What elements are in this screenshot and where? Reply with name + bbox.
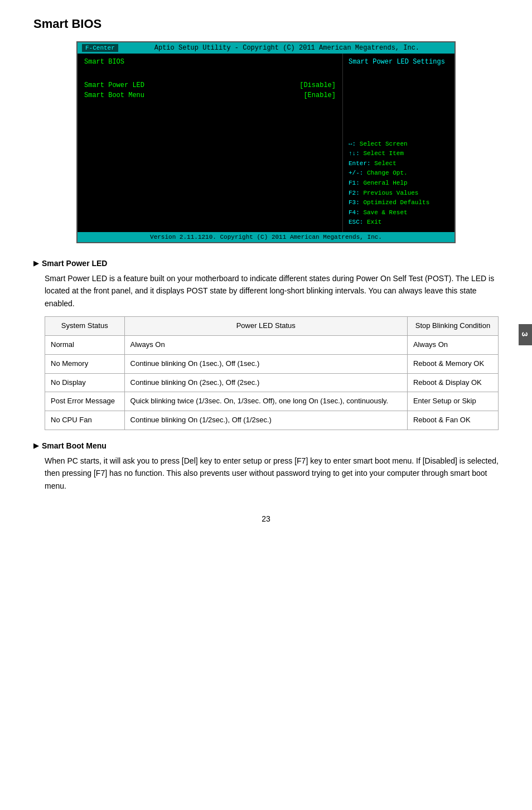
- smart-power-led-section: Smart Power LED Smart Power LED is a fea…: [33, 259, 499, 430]
- table-cell-3-2: Enter Setup or Skip: [407, 392, 498, 411]
- bios-setting-value-power-led: [Disable]: [299, 81, 336, 89]
- smart-boot-menu-text: When PC starts, it will ask you to press…: [45, 455, 499, 492]
- table-cell-2-0: No Display: [45, 373, 125, 392]
- bios-setting-name-power-led: Smart Power LED: [84, 81, 144, 89]
- bios-screenshot: F-Center Aptio Setup Utility - Copyright…: [76, 41, 456, 243]
- table-cell-2-1: Continue blinking On (2sec.), Off (2sec.…: [124, 373, 407, 392]
- bios-setting-power-led: Smart Power LED [Disable]: [84, 81, 336, 89]
- table-row: Post Error MessageQuick blinking twice (…: [45, 392, 499, 411]
- table-cell-4-0: No CPU Fan: [45, 411, 125, 430]
- smart-power-led-text: Smart Power LED is a feature built on yo…: [45, 272, 499, 310]
- col-stop-blinking: Stop Blinking Condition: [407, 317, 498, 336]
- smart-boot-menu-section: Smart Boot Menu When PC starts, it will …: [33, 441, 499, 492]
- table-row: No CPU FanContinue blinking On (1/2sec.)…: [45, 411, 499, 430]
- key-change-opt: +/-: Change Opt.: [349, 168, 449, 179]
- page-content: 3 Smart BIOS F-Center Aptio Setup Utilit…: [33, 17, 499, 523]
- page-number: 23: [33, 514, 499, 523]
- key-esc: ESC: Exit: [349, 218, 449, 228]
- table-header-row: System Status Power LED Status Stop Blin…: [45, 317, 499, 336]
- table-row: No MemoryContinue blinking On (1sec.), O…: [45, 354, 499, 373]
- key-enter: Enter: Select: [349, 159, 449, 169]
- led-table: System Status Power LED Status Stop Blin…: [45, 316, 499, 430]
- bios-setting-name-boot-menu: Smart Boot Menu: [84, 91, 144, 99]
- table-cell-2-2: Reboot & Display OK: [407, 373, 498, 392]
- table-cell-0-0: Normal: [45, 335, 125, 354]
- bios-right-panel: Smart Power LED Settings ↔: Select Scree…: [343, 54, 454, 232]
- bios-footer: Version 2.11.1210. Copyright (C) 2011 Am…: [78, 232, 454, 242]
- table-cell-1-2: Reboot & Memory OK: [407, 354, 498, 373]
- bios-section-title: Smart BIOS: [84, 58, 336, 66]
- key-select-item: ↑↓: Select Item: [349, 149, 449, 159]
- bios-setting-boot-menu: Smart Boot Menu [Enable]: [84, 91, 336, 99]
- table-row: No DisplayContinue blinking On (2sec.), …: [45, 373, 499, 392]
- bios-help-title: Smart Power LED Settings: [349, 58, 449, 66]
- smart-power-led-body: Smart Power LED is a feature built on yo…: [45, 272, 499, 430]
- smart-boot-menu-body: When PC starts, it will ask you to press…: [45, 455, 499, 492]
- col-power-led-status: Power LED Status: [124, 317, 407, 336]
- page-title: Smart BIOS: [33, 17, 499, 31]
- bios-header: F-Center Aptio Setup Utility - Copyright…: [78, 42, 454, 54]
- table-cell-1-1: Continue blinking On (1sec.), Off (1sec.…: [124, 354, 407, 373]
- smart-power-led-heading: Smart Power LED: [33, 259, 499, 268]
- key-f2: F2: Previous Values: [349, 189, 449, 199]
- key-f4: F4: Save & Reset: [349, 208, 449, 218]
- bios-left-panel: Smart BIOS Smart Power LED [Disable] Sma…: [78, 54, 343, 232]
- table-cell-0-1: Always On: [124, 335, 407, 354]
- bios-tab: F-Center: [82, 44, 118, 52]
- table-cell-4-1: Continue blinking On (1/2sec.), Off (1/2…: [124, 411, 407, 430]
- key-f3: F3: Optimized Defaults: [349, 198, 449, 208]
- smart-boot-menu-heading: Smart Boot Menu: [33, 441, 499, 450]
- table-cell-4-2: Reboot & Fan OK: [407, 411, 498, 430]
- bios-key-help: ↔: Select Screen ↑↓: Select Item Enter: …: [349, 139, 449, 228]
- led-table-body: NormalAlways OnAlways OnNo MemoryContinu…: [45, 335, 499, 430]
- key-f1: F1: General Help: [349, 179, 449, 189]
- table-row: NormalAlways OnAlways On: [45, 335, 499, 354]
- bios-setting-value-boot-menu: [Enable]: [303, 91, 336, 99]
- bios-header-title: Aptio Setup Utility - Copyright (C) 2011…: [124, 44, 450, 52]
- table-cell-0-2: Always On: [407, 335, 498, 354]
- table-cell-3-0: Post Error Message: [45, 392, 125, 411]
- table-cell-3-1: Quick blinking twice (1/3sec. On, 1/3sec…: [124, 392, 407, 411]
- bios-body: Smart BIOS Smart Power LED [Disable] Sma…: [78, 54, 454, 232]
- key-select-screen: ↔: Select Screen: [349, 139, 449, 150]
- col-system-status: System Status: [45, 317, 125, 336]
- chapter-tab: 3: [519, 324, 532, 345]
- table-cell-1-0: No Memory: [45, 354, 125, 373]
